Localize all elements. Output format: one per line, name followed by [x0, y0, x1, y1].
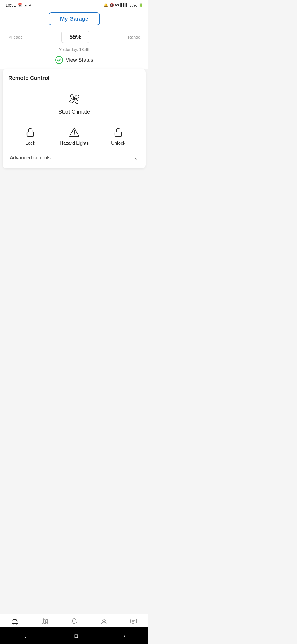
unlock-icon — [112, 126, 124, 138]
stats-row: Mileage 55% Range — [0, 30, 148, 44]
svg-point-1 — [73, 98, 75, 100]
controls-grid: Lock Hazard Lights Unlock — [8, 121, 140, 149]
climate-label: Start Climate — [58, 109, 90, 115]
battery-percent: 87% — [130, 3, 137, 7]
hazard-button[interactable]: Hazard Lights — [52, 126, 96, 146]
svg-rect-6 — [115, 132, 122, 136]
hazard-label: Hazard Lights — [60, 141, 89, 146]
mute-icon: 🔇 — [109, 3, 114, 7]
lock-button[interactable]: Lock — [8, 126, 52, 146]
battery-icon: 🔋 — [139, 3, 143, 7]
battery-value: 55% — [61, 31, 89, 43]
alarm-icon: 🔔 — [104, 3, 108, 7]
svg-rect-2 — [27, 132, 34, 136]
advanced-controls-label: Advanced controls — [10, 155, 51, 161]
unlock-button[interactable]: Unlock — [96, 126, 140, 146]
calendar-icon: 📅 — [18, 3, 22, 7]
remote-control-card: Remote Control Start Climate Lock — [3, 69, 146, 168]
lock-label: Lock — [25, 141, 35, 146]
header: My Garage — [0, 10, 148, 30]
advanced-controls-row[interactable]: Advanced controls ⌄ — [8, 149, 140, 163]
timestamp: Yesterday, 13:45 — [0, 44, 148, 53]
chevron-down-icon: ⌄ — [134, 154, 139, 161]
view-status-row[interactable]: View Status — [0, 53, 148, 69]
lock-icon — [24, 126, 36, 138]
svg-point-5 — [74, 135, 75, 135]
status-bar: 10:51 📅 ☁ ✔ 🔔 🔇 5G ▌▌▌ 87% 🔋 — [0, 0, 148, 10]
fan-icon — [65, 89, 84, 109]
status-right: 🔔 🔇 5G ▌▌▌ 87% 🔋 — [104, 3, 143, 7]
check-icon: ✔ — [29, 3, 32, 7]
mileage-label: Mileage — [8, 32, 23, 42]
signal-icon: ▌▌▌ — [120, 3, 128, 7]
range-label: Range — [128, 32, 140, 42]
5g-icon: 5G — [115, 4, 119, 7]
green-check-icon — [55, 56, 63, 64]
remote-control-title: Remote Control — [8, 75, 140, 81]
svg-point-0 — [56, 56, 63, 64]
my-garage-button[interactable]: My Garage — [49, 12, 100, 25]
hazard-icon — [68, 126, 80, 138]
climate-section[interactable]: Start Climate — [8, 87, 140, 121]
view-status-text: View Status — [66, 57, 93, 63]
cloud-icon: ☁ — [24, 3, 27, 7]
unlock-label: Unlock — [111, 141, 125, 146]
status-time: 10:51 📅 ☁ ✔ — [6, 3, 32, 7]
